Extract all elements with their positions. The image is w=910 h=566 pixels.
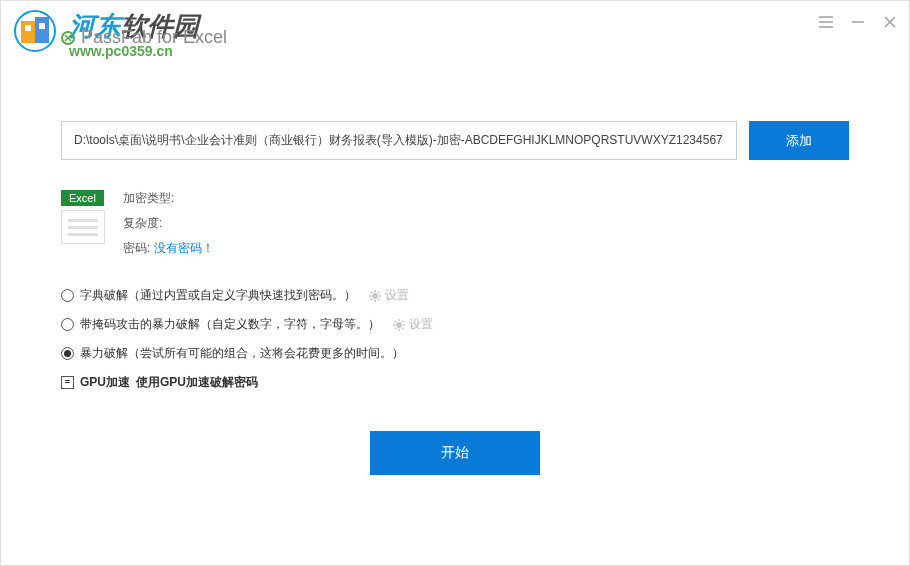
encryption-type-label: 加密类型: (123, 190, 174, 207)
svg-rect-1 (21, 21, 35, 43)
option-gpu[interactable]: GPU加速 使用GPU加速破解密码 (61, 374, 849, 391)
option-brute-label: 暴力破解（尝试所有可能的组合，这将会花费更多的时间。） (80, 345, 404, 362)
complexity-label: 复杂度: (123, 215, 162, 232)
checkbox-gpu[interactable] (61, 376, 74, 389)
window-controls (817, 13, 899, 31)
gear-icon (392, 318, 406, 332)
watermark-logo-icon (11, 7, 59, 55)
settings-dictionary[interactable]: 设置 (368, 287, 409, 304)
attack-options: 字典破解（通过内置或自定义字典快速找到密码。） 设置 带掩码攻击的暴力破解（自定… (61, 287, 849, 391)
titlebar: 河东软件园 www.pc0359.cn PassFab for Excel (1, 1, 909, 61)
file-info: Excel 加密类型: 复杂度: 密码: 没有密码！ (61, 190, 849, 257)
encryption-type-row: 加密类型: (123, 190, 214, 207)
main-content: D:\tools\桌面\说明书\企业会计准则（商业银行）财务报表(导入模版)-加… (1, 61, 909, 475)
file-path-input[interactable]: D:\tools\桌面\说明书\企业会计准则（商业银行）财务报表(导入模版)-加… (61, 121, 737, 160)
close-icon[interactable] (881, 13, 899, 31)
option-mask[interactable]: 带掩码攻击的暴力破解（自定义数字，字符，字母等。） 设置 (61, 316, 849, 333)
radio-mask[interactable] (61, 318, 74, 331)
svg-rect-3 (25, 25, 31, 31)
app-title: PassFab for Excel (81, 27, 227, 48)
radio-brute[interactable] (61, 347, 74, 360)
add-button[interactable]: 添加 (749, 121, 849, 160)
option-dictionary[interactable]: 字典破解（通过内置或自定义字典快速找到密码。） 设置 (61, 287, 849, 304)
complexity-row: 复杂度: (123, 215, 214, 232)
svg-point-6 (373, 293, 378, 298)
gpu-desc: 使用GPU加速破解密码 (136, 374, 258, 391)
menu-icon[interactable] (817, 13, 835, 31)
svg-rect-2 (35, 17, 49, 43)
app-window: 河东软件园 www.pc0359.cn PassFab for Excel D:… (0, 0, 910, 566)
radio-dictionary[interactable] (61, 289, 74, 302)
excel-icon (61, 31, 75, 45)
start-button[interactable]: 开始 (370, 431, 540, 475)
gear-icon (368, 289, 382, 303)
gpu-label: GPU加速 (80, 374, 130, 391)
file-type-icon: Excel (61, 190, 105, 257)
file-row: D:\tools\桌面\说明书\企业会计准则（商业银行）财务报表(导入模版)-加… (61, 121, 849, 160)
settings-label: 设置 (409, 316, 433, 333)
settings-label: 设置 (385, 287, 409, 304)
document-icon (61, 210, 105, 244)
password-label: 密码: (123, 240, 150, 257)
password-value: 没有密码！ (154, 240, 214, 257)
option-mask-label: 带掩码攻击的暴力破解（自定义数字，字符，字母等。） (80, 316, 380, 333)
start-row: 开始 (61, 431, 849, 475)
settings-mask[interactable]: 设置 (392, 316, 433, 333)
option-brute[interactable]: 暴力破解（尝试所有可能的组合，这将会花费更多的时间。） (61, 345, 849, 362)
minimize-icon[interactable] (849, 13, 867, 31)
file-badge: Excel (61, 190, 104, 206)
option-dictionary-label: 字典破解（通过内置或自定义字典快速找到密码。） (80, 287, 356, 304)
info-rows: 加密类型: 复杂度: 密码: 没有密码！ (123, 190, 214, 257)
svg-rect-4 (39, 23, 45, 29)
password-row: 密码: 没有密码！ (123, 240, 214, 257)
svg-point-7 (397, 322, 402, 327)
